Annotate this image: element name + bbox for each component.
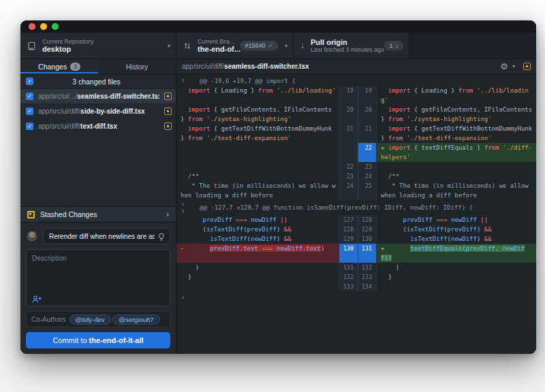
diff-row: 2223 [176, 162, 536, 172]
old-line-number[interactable]: 131 [339, 263, 358, 272]
file-checkbox[interactable]: ✓ [26, 93, 33, 100]
diff-row: 22+ import { textDiffEquals } from './di… [176, 143, 536, 162]
file-checkbox[interactable]: ✓ [26, 122, 33, 130]
new-line-number[interactable]: 133 [358, 272, 377, 282]
avatar [26, 230, 38, 242]
expand-down-icon[interactable]: ↓ [181, 293, 185, 301]
old-line-number[interactable]: 19 [339, 86, 358, 105]
old-line-number[interactable]: 20 [339, 105, 358, 124]
repo-name: desktop [42, 45, 94, 54]
tab-changes[interactable]: Changes3 [20, 59, 98, 74]
new-line-number[interactable]: 134 [358, 282, 377, 291]
file-path: app/src/ui/.../seamless-diff-switcher.ts… [38, 93, 159, 100]
file-list-empty-area [20, 134, 176, 206]
code-line-right: prevDiff === newDiff || [377, 215, 536, 225]
code-line-right: + import { textDiffEquals } from './diff… [377, 143, 536, 162]
old-line-number[interactable]: 132 [339, 272, 358, 282]
file-path: app/src/ui/diff/text-diff.tsx [38, 122, 159, 130]
old-line-number[interactable]: 22 [339, 162, 358, 172]
minimize-button[interactable] [40, 23, 47, 30]
new-line-number[interactable]: 131 [358, 244, 377, 263]
new-line-number[interactable]: 22 [358, 143, 377, 162]
diff-row: }132133 } [176, 272, 536, 282]
stash-icon [27, 211, 35, 218]
old-line-number[interactable]: 21 [339, 124, 358, 143]
gear-icon[interactable]: ⚙ [500, 61, 508, 71]
code-line-right: import { Loading } from '../lib/loading' [377, 86, 536, 105]
expand-up-icon[interactable]: ↑ [181, 208, 185, 215]
old-line-number[interactable]: 24 [339, 181, 358, 200]
new-line-number[interactable]: 24 [358, 172, 377, 181]
old-line-number[interactable]: 127 [339, 215, 358, 225]
new-line-number[interactable]: 19 [358, 86, 377, 105]
expand-down-icon[interactable]: ↓ [181, 200, 185, 208]
repo-label: Current Repository [42, 38, 94, 45]
commit-description-input[interactable] [27, 250, 170, 291]
chevron-down-icon[interactable]: ▾ [512, 63, 515, 69]
coauthor-chip[interactable]: @tidy-dev [69, 314, 111, 325]
file-name: seamless-diff-switcher.tsx [77, 93, 159, 100]
file-row[interactable]: ✓app/src/ui/.../seamless-diff-switcher.t… [20, 89, 176, 104]
diff-row: )131132 ) [176, 263, 536, 272]
new-line-number[interactable]: 21 [358, 124, 377, 143]
pull-origin-button[interactable]: ↓ Pull origin Last fetched 3 minutes ago… [294, 33, 409, 59]
chevron-down-icon: ▾ [285, 43, 287, 49]
new-line-number[interactable]: 128 [358, 215, 377, 225]
code-line-right: import { getFileContents, IFileContents … [377, 105, 536, 124]
tab-history[interactable]: History [98, 59, 176, 74]
new-line-number[interactable]: 25 [358, 181, 377, 200]
pull-count-badge: 1 ↓ [384, 41, 403, 50]
coauthor-chip[interactable]: @sergiou87 [112, 314, 159, 325]
code-line-right: import { getTextDiffWithBottomDummyHunk … [377, 124, 536, 143]
old-line-number[interactable]: 129 [339, 234, 358, 244]
stashed-changes-label: Stashed Changes [40, 210, 97, 218]
modified-icon [523, 63, 531, 70]
select-all-checkbox[interactable]: ✓ [26, 78, 33, 85]
code-line-left: isTextDiff(newDiff) && [176, 234, 339, 244]
old-line-number[interactable] [339, 143, 358, 162]
changed-files-count: 3 changed files [33, 78, 176, 86]
current-repository-button[interactable]: Current Repository desktop ▾ [20, 33, 176, 59]
code-line-left [176, 143, 339, 162]
stashed-changes-row[interactable]: Stashed Changes › [20, 206, 176, 223]
add-coauthor-icon[interactable] [32, 294, 42, 303]
code-line-left: * The time (in milliseconds) we allow wh… [176, 181, 339, 200]
file-row[interactable]: ✓app/src/ui/diff/side-by-side-diff.tsx [20, 104, 176, 119]
pr-badge: #15640 ✓ [240, 41, 278, 50]
commit-summary-input[interactable] [43, 228, 170, 244]
current-branch-button[interactable]: Current Bra... the-end-of... #15640 ✓ ▾ [176, 33, 294, 59]
code-line-left: - prevDiff.text === newDiff.text) [176, 244, 339, 263]
code-line-right: /** [377, 172, 536, 181]
chevron-right-icon: › [166, 210, 169, 219]
coauthors-field[interactable]: Co-Authors @tidy-dev @sergiou87 [26, 311, 170, 327]
commit-button[interactable]: Commit to the-end-of-it-all [26, 332, 170, 348]
code-line-left: import { getFileContents, IFileContents … [176, 105, 339, 124]
file-checkbox[interactable]: ✓ [26, 108, 33, 115]
expand-hunk-controls: ↑ [176, 77, 200, 84]
old-line-number[interactable]: 130 [339, 244, 358, 263]
old-line-number[interactable]: 23 [339, 172, 358, 181]
tab-badge: 3 [70, 63, 80, 71]
new-line-number[interactable]: 20 [358, 105, 377, 124]
diff-row: (isTextDiff(prevDiff) &&128129 (isTextDi… [176, 225, 536, 234]
expand-up-icon[interactable]: ↑ [181, 77, 185, 84]
new-line-number[interactable]: 132 [358, 263, 377, 272]
toolbar: Current Repository desktop ▾ Current Bra… [20, 33, 536, 59]
hunk-header-text: @@ -19,6 +19,7 @@ import { [200, 76, 296, 86]
zoom-button[interactable] [52, 23, 59, 30]
file-row[interactable]: ✓app/src/ui/diff/text-diff.tsx [20, 119, 176, 134]
app-window: Current Repository desktop ▾ Current Bra… [20, 20, 536, 354]
lightbulb-icon[interactable] [157, 231, 166, 240]
old-line-number[interactable]: 128 [339, 225, 358, 234]
code-line-right [377, 162, 536, 172]
new-line-number[interactable]: 23 [358, 162, 377, 172]
code-line-right: + textDiffEquals(prevDiff, newDiff)) [377, 244, 536, 263]
code-line-left: /** [176, 172, 339, 181]
new-line-number[interactable]: 130 [358, 234, 377, 244]
sidebar: Changes3History ✓ 3 changed files ✓app/s… [20, 59, 176, 354]
new-line-number[interactable]: 129 [358, 225, 377, 234]
file-path: app/src/ui/diff/side-by-side-diff.tsx [38, 108, 159, 115]
file-dir: app/src/ui/.../ [38, 93, 77, 100]
old-line-number[interactable]: 133 [339, 282, 358, 291]
close-button[interactable] [29, 23, 35, 30]
